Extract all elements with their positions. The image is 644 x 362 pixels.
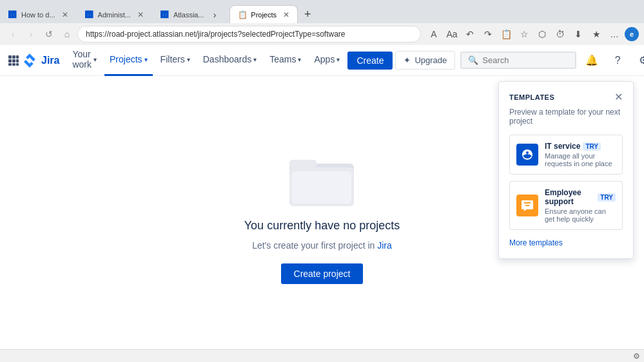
svg-rect-1: [12, 55, 15, 59]
svg-rect-8: [16, 63, 19, 66]
tab-favicon-4: 📋: [238, 10, 247, 19]
address-bar[interactable]: [77, 26, 421, 43]
svg-rect-13: [292, 171, 351, 204]
reload-button[interactable]: ↺: [41, 26, 57, 42]
jira-link[interactable]: Jira: [377, 240, 392, 251]
tab-label-1: How to d...: [21, 11, 55, 19]
svg-rect-6: [8, 63, 12, 66]
more-templates-link[interactable]: More templates: [509, 238, 563, 247]
notes-btn[interactable]: 📋: [498, 26, 514, 42]
downloads-btn[interactable]: ⬇: [571, 26, 586, 42]
svg-rect-11: [289, 160, 317, 169]
dashboards-chevron: ▾: [253, 56, 257, 63]
templates-subtitle: Preview a template for your next project: [509, 108, 623, 126]
jira-navbar: Jira Your work ▾ Projects ▾ Filters ▾ Da…: [0, 45, 644, 76]
empty-title: You currently have no projects: [244, 219, 400, 233]
forward-button[interactable]: ›: [23, 26, 39, 42]
employee-support-badge: TRY: [598, 193, 616, 202]
teams-chevron: ▾: [298, 56, 301, 63]
tab-favicon-2: 🅰: [85, 10, 94, 19]
tab-projects[interactable]: 📋 Projects ✕: [229, 5, 298, 23]
search-icon: 🔍: [468, 55, 478, 65]
svg-rect-4: [12, 59, 15, 62]
create-button[interactable]: Create: [347, 52, 393, 70]
jira-logo-text: Jira: [41, 55, 59, 66]
empty-subtitle: Let's create your first project in Jira: [252, 240, 392, 251]
main-content: You currently have no projects Let's cre…: [0, 76, 644, 362]
employee-support-desc: Ensure anyone can get help quickly: [545, 207, 616, 223]
svg-rect-5: [16, 59, 19, 62]
tab-admin[interactable]: 🅰 Administ... ✕: [77, 5, 152, 23]
search-input[interactable]: [482, 55, 560, 65]
favorites-btn[interactable]: ☆: [516, 26, 532, 42]
tab-close-1[interactable]: ✕: [62, 10, 68, 19]
tab-atlassian[interactable]: 🅰 Atlassia... ›: [152, 5, 229, 23]
upgrade-button[interactable]: ✦ Upgrade: [395, 51, 455, 70]
bottom-settings-icon[interactable]: ⚙: [633, 352, 640, 361]
notifications-button[interactable]: 🔔: [581, 50, 602, 71]
tab-label-3: Atlassia...: [173, 11, 204, 19]
folder-illustration: [289, 155, 354, 206]
employee-support-info: Employee support TRY Ensure anyone can g…: [545, 188, 616, 223]
back-btn2[interactable]: ↶: [462, 26, 478, 42]
create-project-button[interactable]: Create project: [281, 263, 364, 284]
forward-btn2[interactable]: ↷: [480, 26, 496, 42]
nav-your-work[interactable]: Your work ▾: [67, 45, 102, 76]
more-btn[interactable]: …: [607, 26, 622, 42]
employee-support-name: Employee support TRY: [545, 188, 616, 206]
templates-title: TEMPLATES: [509, 93, 554, 101]
tab-label-4: Projects: [251, 11, 277, 19]
nav-filters[interactable]: Filters ▾: [155, 45, 195, 76]
nav-dashboards[interactable]: Dashboards ▾: [198, 45, 262, 76]
svg-rect-7: [12, 63, 15, 66]
read-btn[interactable]: Aa: [444, 26, 460, 42]
browser-toolbar: ‹ › ↺ ⌂ A Aa ↶ ↷ 📋 ☆ ⬡ ⏱ ⬇ ★ … e: [0, 23, 644, 45]
new-tab-button[interactable]: +: [298, 5, 318, 23]
history-btn[interactable]: ⏱: [552, 26, 568, 42]
back-button[interactable]: ‹: [5, 26, 21, 42]
edge-profile-btn[interactable]: e: [625, 27, 639, 41]
projects-chevron: ▾: [144, 56, 148, 63]
templates-panel: TEMPLATES ✕ Preview a template for your …: [498, 81, 634, 259]
apps-grid-icon[interactable]: [8, 52, 19, 70]
employee-support-icon: [516, 195, 538, 216]
filters-chevron: ▾: [187, 56, 190, 63]
svg-rect-2: [16, 55, 19, 59]
your-work-chevron: ▾: [93, 56, 97, 63]
home-button[interactable]: ⌂: [59, 26, 75, 42]
tab-more-arrow[interactable]: ›: [208, 6, 222, 24]
tab-label-2: Administ...: [98, 11, 131, 19]
template-employee-support[interactable]: Employee support TRY Ensure anyone can g…: [509, 181, 623, 230]
collections-btn[interactable]: ⬡: [534, 26, 550, 42]
favorites2-btn[interactable]: ★: [589, 26, 604, 42]
jira-logo[interactable]: Jira: [22, 53, 59, 68]
nav-projects[interactable]: Projects ▾: [104, 45, 153, 76]
nav-right-area: ✦ Upgrade 🔍 🔔 ? ⚙ Z: [395, 50, 644, 71]
tab-close-2[interactable]: ✕: [137, 10, 144, 19]
browser-tabs: 🅰 How to d... ✕ 🅰 Administ... ✕ 🅰 Atlass…: [0, 0, 644, 23]
nav-teams[interactable]: Teams ▾: [264, 45, 306, 76]
nav-apps[interactable]: Apps ▾: [309, 45, 345, 76]
tab-favicon-1: 🅰: [8, 10, 17, 19]
template-it-service[interactable]: IT service TRY Manage all your requests …: [509, 135, 623, 175]
templates-close-button[interactable]: ✕: [614, 92, 623, 102]
apps-chevron: ▾: [337, 56, 340, 63]
upgrade-star-icon: ✦: [404, 55, 411, 65]
tab-how-to[interactable]: 🅰 How to d... ✕: [0, 5, 77, 23]
browser-chrome: 🅰 How to d... ✕ 🅰 Administ... ✕ 🅰 Atlass…: [0, 0, 644, 45]
tab-close-4[interactable]: ✕: [283, 10, 289, 19]
templates-header: TEMPLATES ✕: [509, 92, 623, 102]
translate-btn[interactable]: A: [426, 26, 442, 42]
app-area: Jira Your work ▾ Projects ▾ Filters ▾ Da…: [0, 45, 644, 362]
it-service-icon: [516, 144, 538, 166]
it-service-badge: TRY: [583, 142, 601, 151]
tab-favicon-3: 🅰: [161, 10, 170, 19]
it-service-info: IT service TRY Manage all your requests …: [545, 142, 616, 167]
svg-rect-3: [8, 59, 12, 62]
help-button[interactable]: ?: [607, 50, 628, 71]
search-box[interactable]: 🔍: [460, 52, 576, 69]
browser-actions: A Aa ↶ ↷ 📋 ☆ ⬡ ⏱ ⬇ ★ … e: [426, 26, 639, 42]
settings-button[interactable]: ⚙: [633, 50, 644, 71]
it-service-name: IT service TRY: [545, 142, 616, 151]
empty-state: You currently have no projects Let's cre…: [244, 155, 400, 284]
